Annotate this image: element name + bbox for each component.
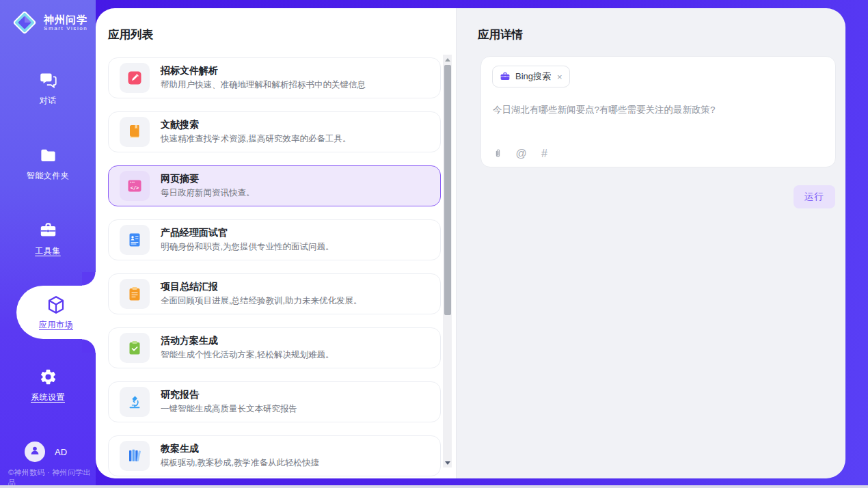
app-desc: 每日政府新闻资讯快查。 <box>161 187 255 199</box>
pen-square-icon <box>126 70 143 86</box>
app-list: 招标文件解析 帮助用户快速、准确地理解和解析招标书中的关键信息 文献搜索 快速精… <box>108 57 442 478</box>
tool-tag-label: Bing搜索 <box>515 70 551 83</box>
app-list-panel: 应用列表 招标文件解析 帮助用户快速、准确地理解和解析招标书中的关键信息 文献搜… <box>96 8 456 478</box>
app-desc: 帮助用户快速、准确地理解和解析招标书中的关键信息 <box>161 79 366 91</box>
brand-name: 神州问学 <box>44 14 87 25</box>
microscope-icon <box>126 394 143 410</box>
app-card-resume[interactable]: 产品经理面试官 明确身份和职责,为您提供专业性的面试问题。 <box>108 219 441 260</box>
scroll-up-arrow-icon[interactable] <box>443 55 452 64</box>
run-button[interactable]: 运行 <box>794 185 835 208</box>
app-list-title: 应用列表 <box>108 27 153 42</box>
app-icon-tile <box>120 225 150 255</box>
sidebar-item-folder[interactable]: 智能文件夹 <box>0 146 96 182</box>
sidebar-item-gear[interactable]: 系统设置 <box>0 368 96 403</box>
user-account[interactable]: AD <box>25 442 67 462</box>
app-title: 项目总结汇报 <box>161 281 362 292</box>
app-desc: 明确身份和职责,为您提供专业性的面试问题。 <box>161 241 334 253</box>
app-list-scrollbar[interactable] <box>443 55 452 467</box>
active-nav-bubble: 应用市场 <box>16 286 96 339</box>
app-card-clipboard[interactable]: 项目总结汇报 全面回顾项目进展,总结经验教训,助力未来优化发展。 <box>108 273 441 314</box>
app-icon-tile <box>120 387 150 417</box>
app-icon-tile <box>120 441 150 471</box>
app-icon-tile <box>120 63 150 93</box>
logo-diamond-icon <box>11 9 38 36</box>
sidebar-item-toolbox[interactable]: 工具集 <box>0 221 96 257</box>
app-card-books[interactable]: 教案生成 模板驱动,教案秒成,教学准备从此轻松快捷 <box>108 435 441 476</box>
books-icon <box>126 448 143 464</box>
app-icon-tile <box>120 333 150 363</box>
app-title: 网页摘要 <box>161 173 255 184</box>
sidebar: 神州问学 Smart Vision 对话 智能文件夹 工具集 系统设置 应用市场… <box>0 0 96 485</box>
app-desc: 快速精准查找学术资源,提高研究效率的必备工具。 <box>161 133 351 145</box>
toolbox-icon <box>39 221 57 240</box>
attachment-toolbar: @# <box>492 148 550 159</box>
app-desc: 全面回顾项目进展,总结经验教训,助力未来优化发展。 <box>161 295 362 307</box>
cube-icon <box>46 295 66 315</box>
app-card-pen-square[interactable]: 招标文件解析 帮助用户快速、准确地理解和解析招标书中的关键信息 <box>108 57 441 98</box>
clipboard-check-icon <box>126 340 143 356</box>
user-avatar <box>25 442 45 462</box>
app-title: 活动方案生成 <box>161 335 334 346</box>
app-icon-tile <box>120 279 150 309</box>
briefcase-icon <box>500 71 511 82</box>
app-desc: 模板驱动,教案秒成,教学准备从此轻松快捷 <box>161 457 319 469</box>
clipboard-icon <box>126 286 143 302</box>
app-detail-title: 应用详情 <box>478 27 523 42</box>
app-icon-tile <box>120 117 150 147</box>
brand-subtitle: Smart Vision <box>44 25 87 31</box>
app-card-clipboard-check[interactable]: 活动方案生成 智能生成个性化活动方案,轻松解决规划难题。 <box>108 327 441 368</box>
app-card-book[interactable]: 文献搜索 快速精准查找学术资源,提高研究效率的必备工具。 <box>108 111 441 152</box>
tag-close-icon[interactable]: × <box>557 72 562 81</box>
chat-icon <box>39 71 57 90</box>
svg-text:</>: </> <box>131 185 139 191</box>
book-icon <box>126 124 143 140</box>
at-icon[interactable]: @ <box>515 148 527 159</box>
browser-code-icon: </> <box>126 178 143 194</box>
user-initials: AD <box>55 447 67 457</box>
app-title: 产品经理面试官 <box>161 227 334 238</box>
sidebar-item-cube[interactable]: 应用市场 <box>16 286 96 339</box>
hash-icon[interactable]: # <box>539 148 550 159</box>
app-title: 教案生成 <box>161 443 319 454</box>
scroll-down-arrow-icon[interactable] <box>443 458 452 467</box>
app-title: 文献搜索 <box>161 119 351 130</box>
brand: 神州问学 Smart Vision <box>11 9 87 36</box>
app-title: 招标文件解析 <box>161 65 366 76</box>
person-icon <box>28 444 42 460</box>
paperclip-icon[interactable] <box>492 148 504 159</box>
app-desc: 智能生成个性化活动方案,轻松解决规划难题。 <box>161 349 334 361</box>
prompt-card: Bing搜索 × 今日湖北有哪些新闻要点?有哪些需要关注的最新政策? @# <box>480 56 836 167</box>
app-detail-panel: 应用详情 Bing搜索 × 今日湖北有哪些新闻要点?有哪些需要关注的最新政策? … <box>456 8 845 478</box>
scrollbar-thumb[interactable] <box>444 65 451 315</box>
app-card-browser-code[interactable]: </> 网页摘要 每日政府新闻资讯快查。 <box>108 165 441 206</box>
resume-icon <box>126 232 143 248</box>
folder-icon <box>39 146 57 165</box>
app-card-microscope[interactable]: 研究报告 一键智能生成高质量长文本研究报告 <box>108 381 441 422</box>
sidebar-item-chat[interactable]: 对话 <box>0 71 96 107</box>
app-desc: 一键智能生成高质量长文本研究报告 <box>161 403 297 415</box>
tool-tag-bing-search[interactable]: Bing搜索 × <box>492 66 570 87</box>
bottom-edge <box>0 485 868 488</box>
query-text: 今日湖北有哪些新闻要点?有哪些需要关注的最新政策? <box>493 103 824 117</box>
app-icon-tile: </> <box>120 171 150 201</box>
gear-icon <box>39 368 57 386</box>
app-title: 研究报告 <box>161 389 297 400</box>
